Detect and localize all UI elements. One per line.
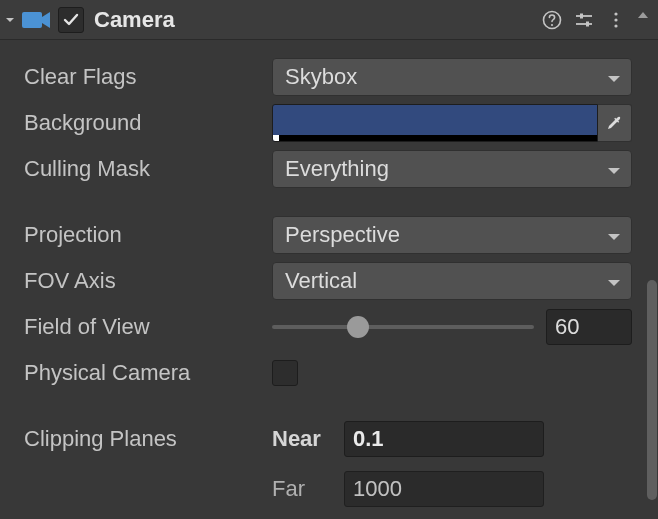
svg-point-2 xyxy=(551,23,553,25)
near-input[interactable]: 0.1 xyxy=(344,421,544,457)
svg-point-9 xyxy=(614,24,617,27)
background-color-swatch[interactable] xyxy=(272,104,598,142)
clear-flags-value: Skybox xyxy=(285,64,357,90)
projection-value: Perspective xyxy=(285,222,400,248)
foldout-icon[interactable] xyxy=(4,12,20,28)
fov-axis-dropdown[interactable]: Vertical xyxy=(272,262,632,300)
culling-mask-label: Culling Mask xyxy=(24,156,272,182)
near-label: Near xyxy=(272,426,344,452)
culling-mask-dropdown[interactable]: Everything xyxy=(272,150,632,188)
clear-flags-dropdown[interactable]: Skybox xyxy=(272,58,632,96)
far-input[interactable]: 1000 xyxy=(344,471,544,507)
scrollbar-thumb[interactable] xyxy=(647,280,657,500)
help-icon[interactable] xyxy=(536,4,568,36)
scrollbar-track[interactable] xyxy=(646,40,658,519)
projection-dropdown[interactable]: Perspective xyxy=(272,216,632,254)
eyedropper-button[interactable] xyxy=(598,104,632,142)
projection-label: Projection xyxy=(24,222,272,248)
clear-flags-label: Clear Flags xyxy=(24,64,272,90)
slider-thumb[interactable] xyxy=(347,316,369,338)
culling-mask-value: Everything xyxy=(285,156,389,182)
component-header: Camera xyxy=(0,0,658,40)
component-title: Camera xyxy=(94,7,175,33)
collapse-icon[interactable] xyxy=(632,4,654,36)
far-label: Far xyxy=(272,476,344,502)
alpha-bar xyxy=(273,135,597,141)
svg-point-7 xyxy=(614,12,617,15)
camera-icon xyxy=(22,10,52,30)
field-of-view-slider[interactable] xyxy=(272,325,534,329)
field-of-view-input[interactable]: 60 xyxy=(546,309,632,345)
context-menu-icon[interactable] xyxy=(600,4,632,36)
component-body: Clear Flags Skybox Background xyxy=(0,40,658,512)
svg-rect-6 xyxy=(586,21,589,26)
clipping-planes-label: Clipping Planes xyxy=(24,426,272,452)
field-of-view-label: Field of View xyxy=(24,314,272,340)
alpha-indicator xyxy=(273,135,279,141)
chevron-down-icon xyxy=(607,64,621,90)
chevron-down-icon xyxy=(607,156,621,182)
presets-icon[interactable] xyxy=(568,4,600,36)
enable-component-checkbox[interactable] xyxy=(58,7,84,33)
svg-point-8 xyxy=(614,18,617,21)
chevron-down-icon xyxy=(607,268,621,294)
physical-camera-checkbox[interactable] xyxy=(272,360,298,386)
background-label: Background xyxy=(24,110,272,136)
fov-axis-label: FOV Axis xyxy=(24,268,272,294)
fov-axis-value: Vertical xyxy=(285,268,357,294)
svg-rect-0 xyxy=(22,12,42,28)
svg-rect-4 xyxy=(580,13,583,18)
physical-camera-label: Physical Camera xyxy=(24,360,272,386)
chevron-down-icon xyxy=(607,222,621,248)
